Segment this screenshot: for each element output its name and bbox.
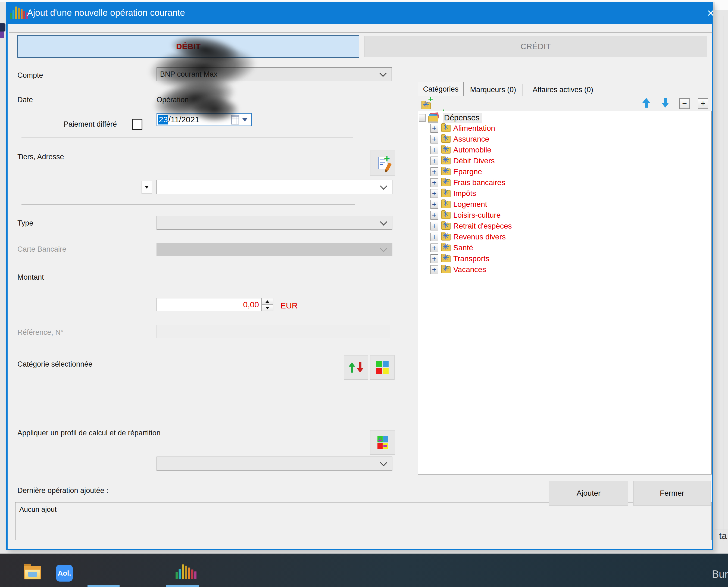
category-tree-item[interactable]: + ✳ Alimentation <box>418 123 711 134</box>
category-tree-item[interactable]: + ✳ Vacances <box>418 264 711 275</box>
category-star-icon: ✳ <box>442 243 449 251</box>
tiers-combobox[interactable] <box>157 180 392 194</box>
category-star-icon: ✳ <box>442 210 449 218</box>
tree-root-label[interactable]: Dépenses <box>443 113 482 123</box>
category-label: Transports <box>453 254 489 263</box>
spinner-up-button[interactable] <box>261 298 273 305</box>
expand-plus-icon[interactable]: + <box>430 189 438 198</box>
category-folder-icon: ✳ <box>441 147 450 154</box>
category-folder-icon: ✳ <box>441 158 450 164</box>
tiers-history-dropdown-button[interactable] <box>142 181 152 194</box>
category-label: Retrait d'espèces <box>453 222 512 231</box>
close-icon: × <box>707 6 714 20</box>
montant-value: 0,00 <box>243 300 261 309</box>
ajouter-button[interactable]: Ajouter <box>549 481 628 506</box>
category-tree-item[interactable]: + ✳ Transports <box>418 253 711 264</box>
category-tree-item[interactable]: + ✳ Logement <box>418 199 711 210</box>
move-down-button[interactable] <box>661 98 669 108</box>
background-text-fragment: ta <box>719 531 727 541</box>
taskbar-aol-icon[interactable]: Aol. <box>56 565 73 582</box>
taskbar <box>0 554 728 587</box>
reference-label: Référence, N° <box>17 328 64 337</box>
taskbar-file-explorer-icon[interactable] <box>24 566 41 579</box>
profil-button[interactable]: + <box>370 430 395 455</box>
spinner-down-button[interactable] <box>261 305 273 311</box>
color-grid-icon <box>376 361 389 374</box>
expand-plus-icon[interactable]: + <box>430 200 438 209</box>
category-folder-icon: ✳ <box>441 190 450 197</box>
paiement-differe-label: Paiement différé <box>64 120 117 128</box>
swap-arrows-icon <box>349 362 363 373</box>
category-star-icon: ✳ <box>442 254 449 262</box>
carte-bancaire-combobox <box>157 243 392 256</box>
add-tiers-button[interactable]: + <box>370 150 395 175</box>
category-tree-item[interactable]: + ✳ Assurance <box>418 134 711 145</box>
expand-plus-icon[interactable]: + <box>430 222 438 231</box>
profil-grid-icon: + <box>377 436 388 449</box>
category-star-icon: ✳ <box>442 134 449 142</box>
minus-icon: − <box>682 99 687 108</box>
expand-plus-icon[interactable]: + <box>430 146 438 155</box>
category-label: Impôts <box>453 189 476 198</box>
expand-plus-icon[interactable]: + <box>430 243 438 252</box>
redaction-scribble <box>190 96 239 122</box>
categorie-selectionnee-label: Catégorie sélectionnée <box>17 360 92 369</box>
type-combobox[interactable] <box>157 216 392 230</box>
paiement-differe-checkbox[interactable] <box>132 119 142 130</box>
close-button[interactable]: × <box>702 3 719 23</box>
expand-plus-icon[interactable]: + <box>430 254 438 263</box>
separator <box>21 204 355 205</box>
category-star-icon: ✳ <box>442 178 449 186</box>
category-label: Logement <box>453 200 487 209</box>
category-tree-item[interactable]: + ✳ Loisirs-culture <box>418 210 711 221</box>
expand-plus-icon[interactable]: + <box>430 157 438 165</box>
category-label: Alimentation <box>453 124 495 133</box>
chevron-down-icon <box>380 182 387 190</box>
expand-plus-icon[interactable]: + <box>430 167 438 176</box>
swap-category-button[interactable] <box>344 355 368 380</box>
category-star-icon: ✳ <box>442 199 449 207</box>
category-tree-item[interactable]: + ✳ Automobile <box>418 145 711 156</box>
panel-tab-categories[interactable]: Catégories <box>418 82 464 96</box>
category-tree-item[interactable]: + ✳ Impôts <box>418 188 711 199</box>
expand-plus-icon[interactable]: + <box>430 124 438 133</box>
profil-combobox[interactable] <box>157 456 392 471</box>
category-folder-icon: ✳ <box>441 125 450 132</box>
category-tree-item[interactable]: + ✳ Retrait d'espèces <box>418 221 711 232</box>
expand-plus-icon[interactable]: + <box>430 135 438 143</box>
derniere-operation-label: Dernière opération ajoutée : <box>17 487 109 495</box>
background-grid-line <box>715 515 728 515</box>
taskbar-finance-app-icon[interactable] <box>175 564 196 579</box>
expand-minus-icon[interactable]: − <box>419 114 426 122</box>
date-dropdown-icon[interactable] <box>242 118 248 121</box>
expand-plus-icon[interactable]: + <box>430 265 438 274</box>
expand-plus-icon[interactable]: + <box>430 233 438 241</box>
add-category-button[interactable]: ✳ + <box>420 97 432 109</box>
triangle-down-icon <box>265 307 269 309</box>
category-tree-item[interactable]: + ✳ Epargne <box>418 166 711 177</box>
fermer-button[interactable]: Fermer <box>633 481 711 506</box>
tree-root-row[interactable]: − Dépenses <box>419 112 482 124</box>
category-folder-icon: ✳ <box>441 223 450 230</box>
category-colors-button[interactable] <box>370 355 395 380</box>
tiers-label: Tiers, Adresse <box>17 153 64 161</box>
panel-tab-affaires[interactable]: Affaires actives (0) <box>523 84 603 96</box>
category-tree-item[interactable]: + ✳ Revenus divers <box>418 232 711 242</box>
category-tree-item[interactable]: + ✳ Débit Divers <box>418 156 711 166</box>
expand-plus-icon[interactable]: + <box>430 178 438 187</box>
move-up-button[interactable] <box>642 98 650 108</box>
category-label: Epargne <box>453 167 482 176</box>
montant-input[interactable]: 0,00 <box>157 298 261 311</box>
expand-plus-icon[interactable]: + <box>430 211 438 219</box>
category-folder-icon: ✳ <box>441 212 450 219</box>
panel-tab-marqueurs[interactable]: Marqueurs (0) <box>464 84 523 96</box>
expand-all-button[interactable]: + <box>698 98 708 109</box>
tab-credit[interactable]: CRÉDIT <box>364 36 707 57</box>
category-star-icon: ✳ <box>442 221 449 229</box>
collapse-all-button[interactable]: − <box>679 98 690 109</box>
category-star-icon: ✳ <box>442 167 449 175</box>
category-tree-items: + ✳ Alimentation + ✳ Assurance + ✳ Autom… <box>418 123 711 275</box>
desktop-icon-fragment <box>0 31 4 38</box>
category-tree-item[interactable]: + ✳ Santé <box>418 242 711 253</box>
category-tree-item[interactable]: + ✳ Frais bancaires <box>418 177 711 188</box>
